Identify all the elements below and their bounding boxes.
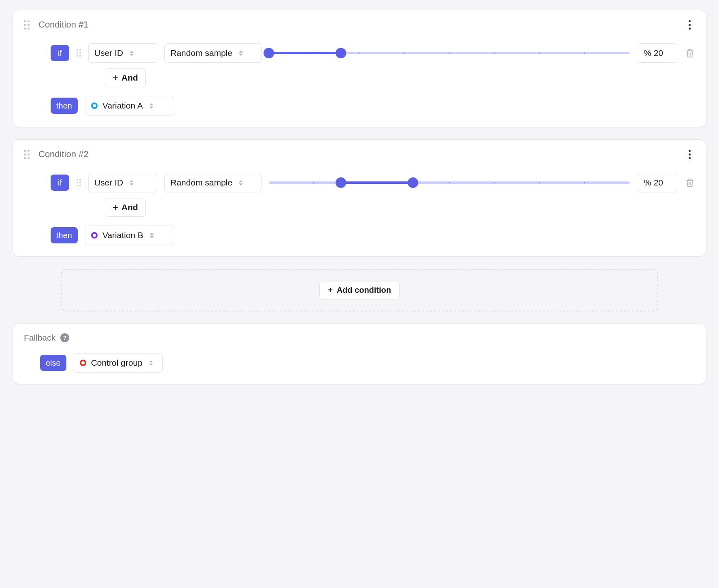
chevron-updown-icon	[130, 180, 134, 185]
variation-label: Variation A	[102, 101, 143, 111]
percent-input[interactable]: % 20	[637, 43, 677, 63]
operator-select[interactable]: Random sample	[164, 43, 262, 63]
drag-handle-icon[interactable]	[24, 150, 30, 159]
chevron-updown-icon	[130, 51, 134, 56]
attribute-select[interactable]: User ID	[88, 173, 157, 192]
variation-select[interactable]: Variation B	[85, 226, 174, 245]
delete-rule-button[interactable]	[685, 177, 695, 188]
plus-icon: +	[328, 285, 333, 295]
add-and-button[interactable]: + And	[105, 198, 146, 217]
rule-row: if User ID Random sample % 20	[24, 173, 695, 192]
percent-prefix: %	[644, 48, 651, 58]
add-and-label: And	[121, 73, 138, 83]
fallback-card: Fallback ? else Control group	[12, 324, 707, 384]
operator-select[interactable]: Random sample	[164, 173, 262, 192]
condition-title: Condition #1	[38, 19, 89, 30]
else-row: else Control group	[24, 353, 695, 373]
add-condition-button[interactable]: + Add condition	[319, 281, 400, 299]
then-row: then Variation A	[24, 96, 695, 115]
variation-select[interactable]: Control group	[74, 353, 163, 373]
drag-handle-icon[interactable]	[24, 20, 30, 30]
chevron-updown-icon	[150, 233, 154, 238]
plus-icon: +	[113, 202, 118, 212]
attribute-select[interactable]: User ID	[88, 43, 157, 63]
variation-color-icon	[80, 360, 86, 366]
plus-icon: +	[113, 73, 118, 83]
add-and-label: And	[121, 202, 138, 212]
then-pill: then	[51, 98, 78, 114]
attribute-label: User ID	[94, 48, 123, 58]
range-handle-end[interactable]	[408, 177, 418, 188]
range-handle-start[interactable]	[264, 48, 274, 58]
then-row: then Variation B	[24, 226, 695, 245]
then-pill: then	[51, 227, 78, 243]
condition-title: Condition #2	[38, 149, 89, 160]
add-condition-zone: + Add condition	[61, 269, 658, 311]
condition-card: Condition #2 if User ID Random sample	[12, 139, 707, 257]
rule-row: if User ID Random sample	[24, 43, 695, 63]
more-options-button[interactable]	[684, 149, 695, 160]
operator-label: Random sample	[170, 178, 232, 187]
range-handle-end[interactable]	[336, 48, 346, 58]
trash-icon	[685, 177, 695, 188]
chevron-updown-icon	[149, 103, 153, 109]
chevron-updown-icon	[239, 180, 243, 185]
drag-handle-icon[interactable]	[77, 179, 81, 186]
operator-label: Random sample	[170, 48, 232, 58]
variation-label: Variation B	[102, 230, 143, 240]
if-pill: if	[51, 175, 69, 191]
condition-header: Condition #1	[24, 19, 695, 30]
add-and-button[interactable]: + And	[105, 68, 146, 87]
variation-color-icon	[91, 232, 98, 239]
percent-prefix: %	[644, 178, 651, 187]
range-handle-start[interactable]	[336, 177, 346, 188]
attribute-label: User ID	[94, 178, 123, 187]
condition-header: Condition #2	[24, 149, 695, 160]
drag-handle-icon[interactable]	[77, 49, 81, 57]
percent-value: 20	[654, 48, 663, 58]
chevron-updown-icon	[239, 51, 243, 56]
range-slider[interactable]	[269, 43, 630, 63]
more-options-button[interactable]	[684, 19, 695, 30]
chevron-updown-icon	[149, 360, 153, 366]
variation-select[interactable]: Variation A	[85, 96, 174, 115]
trash-icon	[685, 48, 695, 58]
else-pill: else	[40, 355, 66, 371]
help-icon[interactable]: ?	[60, 333, 69, 342]
add-condition-label: Add condition	[337, 285, 391, 295]
percent-input[interactable]: % 20	[637, 173, 677, 192]
fallback-title: Fallback	[24, 333, 55, 343]
variation-color-icon	[91, 102, 98, 109]
if-pill: if	[51, 45, 69, 61]
percent-value: 20	[654, 178, 663, 187]
delete-rule-button[interactable]	[685, 48, 695, 58]
condition-card: Condition #1 if User ID Random sample	[12, 10, 707, 127]
range-slider[interactable]	[269, 173, 630, 192]
variation-label: Control group	[91, 358, 143, 368]
fallback-header: Fallback ?	[24, 333, 695, 343]
